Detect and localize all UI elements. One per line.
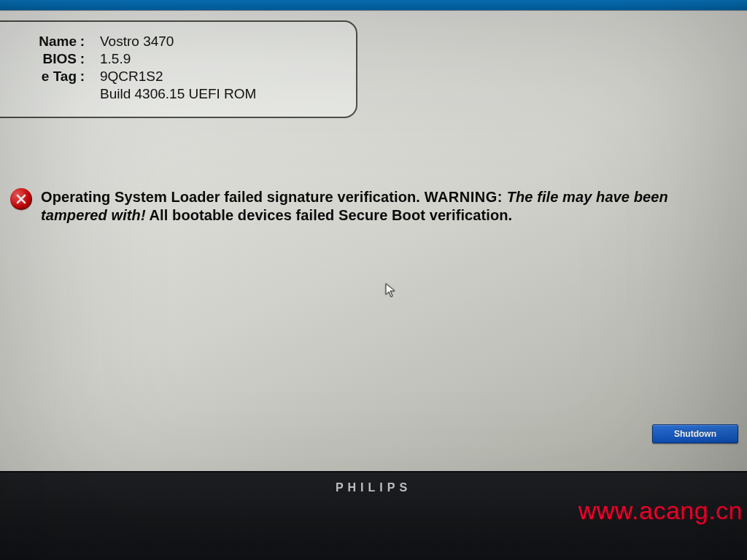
sysinfo-row: Name : Vostro 3470 <box>7 34 343 50</box>
error-suffix: All bootable devices failed Secure Boot … <box>146 207 513 223</box>
system-info-panel: Name : Vostro 3470 BIOS : 1.5.9 e Tag : … <box>0 20 357 118</box>
sysinfo-value: Build 4306.15 UEFI ROM <box>88 86 256 102</box>
sysinfo-label: Name <box>7 34 77 50</box>
colon: : <box>77 69 88 85</box>
error-prefix: Operating System Loader failed signature… <box>41 189 425 205</box>
title-bar <box>0 0 747 10</box>
colon: : <box>77 51 88 67</box>
sysinfo-label: BIOS <box>7 51 77 67</box>
colon <box>77 86 88 102</box>
colon: : <box>77 34 88 50</box>
error-message: Operating System Loader failed signature… <box>10 188 729 225</box>
sysinfo-row: e Tag : 9QCR1S2 <box>7 69 343 85</box>
sysinfo-value: 1.5.9 <box>88 51 131 67</box>
monitor-brand: PHILIPS <box>336 481 411 494</box>
watermark: www.acang.cn <box>578 497 743 525</box>
error-warning-word: WARNING: <box>425 189 503 205</box>
sysinfo-label: e Tag <box>7 69 77 85</box>
shutdown-label: Shutdown <box>674 429 716 439</box>
error-circle-x-icon <box>10 188 32 210</box>
sysinfo-value: Vostro 3470 <box>88 34 174 50</box>
shutdown-button[interactable]: Shutdown <box>652 424 738 443</box>
error-text: Operating System Loader failed signature… <box>41 188 729 225</box>
sysinfo-row: BIOS : 1.5.9 <box>7 51 343 67</box>
mouse-cursor-icon <box>385 283 396 302</box>
sysinfo-value: 9QCR1S2 <box>88 69 163 85</box>
sysinfo-row: Build 4306.15 UEFI ROM <box>7 86 343 102</box>
